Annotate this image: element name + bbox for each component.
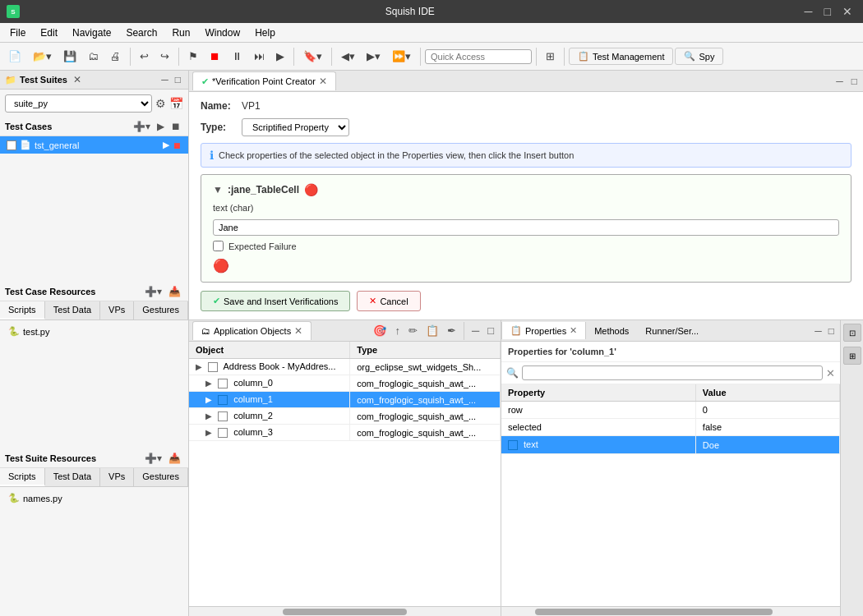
record-button[interactable]: ⚑ xyxy=(183,47,203,66)
add-resource-btn[interactable]: ➕▾ xyxy=(142,286,164,297)
vp-min-btn[interactable]: ─ xyxy=(833,76,846,87)
undo-button[interactable]: ↩ xyxy=(135,47,154,66)
spy-button[interactable]: 🔍 Spy xyxy=(675,48,723,65)
ao-tab-close-btn[interactable]: ✕ xyxy=(294,325,302,337)
prop-search-input[interactable] xyxy=(522,365,823,380)
new-test-case-btn[interactable]: ➕▾ xyxy=(131,121,153,132)
script-file-item[interactable]: 🐍 test.py xyxy=(3,324,185,339)
ao-horizontal-scrollbar[interactable] xyxy=(189,606,501,616)
menu-file[interactable]: File xyxy=(3,25,32,40)
close-button[interactable]: ✕ xyxy=(838,3,856,20)
test-case-item[interactable]: 📄 tst_general ▶ ⏹ xyxy=(0,136,188,154)
ao-add-btn[interactable]: ✏ xyxy=(405,324,421,338)
import-resource-btn[interactable]: 📥 xyxy=(166,286,183,297)
nav-back-button[interactable]: ◀▾ xyxy=(336,47,360,66)
run-test-case-btn[interactable]: ▶ xyxy=(155,121,167,132)
menu-edit[interactable]: Edit xyxy=(34,25,64,40)
maximize-button[interactable]: □ xyxy=(820,3,835,20)
ao-copy-btn[interactable]: 📋 xyxy=(422,324,442,338)
ao-checkbox-0[interactable] xyxy=(208,362,218,372)
step-button[interactable]: ⏭ xyxy=(249,47,270,66)
prop-scroll-thumb[interactable] xyxy=(535,609,772,615)
prop-value-input[interactable] xyxy=(213,219,839,236)
suite-calendar-btn[interactable]: 📅 xyxy=(169,97,183,110)
names-file-item[interactable]: 🐍 names.py xyxy=(3,490,185,506)
print-button[interactable]: 🖨 xyxy=(105,47,126,66)
ao-edit-btn[interactable]: ✒ xyxy=(444,324,459,338)
test-management-button[interactable]: 📋 Test Management xyxy=(569,48,673,65)
suite-config-btn[interactable]: ⚙ xyxy=(155,97,166,110)
error-icon[interactable]: 🔴 xyxy=(304,183,318,196)
test-case-checkbox[interactable] xyxy=(7,140,16,150)
perspectives-button[interactable]: ⊞ xyxy=(541,47,560,66)
ao-expand-btn-0[interactable]: ▶ xyxy=(196,362,202,371)
ao-pick-btn[interactable]: 🎯 xyxy=(370,324,390,338)
ao-min-btn[interactable]: ─ xyxy=(468,324,482,338)
tab-gestures[interactable]: Gestures xyxy=(134,301,188,319)
ao-expand-btn-1[interactable]: ▶ xyxy=(205,379,212,388)
vp-max-btn[interactable]: □ xyxy=(849,76,860,87)
pause-button[interactable]: ⏸ xyxy=(227,47,247,66)
menu-help[interactable]: Help xyxy=(248,25,282,40)
ao-row[interactable]: ▶ column_1 com_froglogic_squish_awt_... xyxy=(189,392,501,408)
properties-tab-close-btn[interactable]: ✕ xyxy=(570,325,577,336)
ao-max-btn[interactable]: □ xyxy=(484,324,497,338)
remove-prop-btn[interactable]: 🔴 xyxy=(213,259,229,273)
ao-up-btn[interactable]: ↑ xyxy=(391,324,404,338)
ao-scroll-thumb[interactable] xyxy=(283,609,408,615)
ao-checkbox-3[interactable] xyxy=(218,411,228,421)
prop-table-row[interactable]: selected false xyxy=(501,419,840,436)
run-button[interactable]: ▶ xyxy=(271,47,289,66)
expected-failure-checkbox[interactable] xyxy=(213,241,224,251)
tab-test-data[interactable]: Test Data xyxy=(45,301,100,319)
test-suites-min-btn[interactable]: ─ xyxy=(159,74,171,85)
ao-expand-btn-3[interactable]: ▶ xyxy=(205,411,212,421)
suite-tab-gestures[interactable]: Gestures xyxy=(134,468,188,486)
ao-row[interactable]: ▶ column_3 com_froglogic_squish_awt_... xyxy=(189,425,501,441)
ao-expand-btn-2[interactable]: ▶ xyxy=(205,395,212,404)
prop-min-btn[interactable]: ─ xyxy=(812,325,824,337)
minimize-button[interactable]: ─ xyxy=(801,3,817,20)
save-all-button[interactable]: 🗂 xyxy=(83,47,104,66)
ao-row[interactable]: ▶ Address Book - MyAddres... org_eclipse… xyxy=(189,359,501,375)
menu-run[interactable]: Run xyxy=(165,25,196,40)
prop-max-btn[interactable]: □ xyxy=(826,325,837,337)
ao-tab[interactable]: 🗂 Application Objects ✕ xyxy=(192,321,312,340)
save-button[interactable]: 💾 xyxy=(58,47,81,66)
quick-access-input[interactable] xyxy=(425,49,532,64)
prop-search-clear-btn[interactable]: ✕ xyxy=(826,367,835,379)
add-suite-resource-btn[interactable]: ➕▾ xyxy=(142,453,164,464)
suite-tab-test-data[interactable]: Test Data xyxy=(45,468,100,486)
ao-checkbox-4[interactable] xyxy=(218,428,228,438)
test-suites-close-btn[interactable]: ✕ xyxy=(71,74,84,85)
ao-expand-btn-4[interactable]: ▶ xyxy=(205,428,212,437)
save-insert-btn[interactable]: ✔ Save and Insert Verifications xyxy=(201,291,350,311)
vp-tab-close-btn[interactable]: ✕ xyxy=(319,76,327,87)
bookmark-button[interactable]: 🔖▾ xyxy=(298,47,327,66)
stop-button[interactable]: ⏹ xyxy=(205,47,225,66)
vp-tab[interactable]: ✔ *Verification Point Creator ✕ xyxy=(192,71,336,90)
menu-navigate[interactable]: Navigate xyxy=(66,25,118,40)
collapse-btn[interactable]: ▼ xyxy=(213,184,223,195)
open-button[interactable]: 📂▾ xyxy=(28,47,57,66)
prop-horizontal-scrollbar[interactable] xyxy=(501,606,840,616)
nav-last-button[interactable]: ⏩▾ xyxy=(387,47,416,66)
menu-search[interactable]: Search xyxy=(119,25,164,40)
properties-tab[interactable]: 📋 Properties ✕ xyxy=(501,322,586,339)
ao-row[interactable]: ▶ column_0 com_froglogic_squish_awt_... xyxy=(189,375,501,392)
ao-checkbox-2[interactable] xyxy=(218,395,228,405)
suite-tab-scripts[interactable]: Scripts xyxy=(0,468,45,486)
suite-dropdown[interactable]: suite_py xyxy=(5,94,152,113)
ao-row[interactable]: ▶ column_2 com_froglogic_squish_awt_... xyxy=(189,408,501,425)
vp-type-select[interactable]: Scriptified Property xyxy=(242,118,349,136)
tab-vps[interactable]: VPs xyxy=(100,301,134,319)
test-suites-max-btn[interactable]: □ xyxy=(173,74,183,85)
prop-table-row[interactable]: row 0 xyxy=(501,402,840,419)
prop-table-row[interactable]: text Doe xyxy=(501,436,840,454)
nav-fwd-button[interactable]: ▶▾ xyxy=(362,47,385,66)
side-icon-2[interactable]: ⊞ xyxy=(843,347,861,365)
methods-tab[interactable]: Methods xyxy=(586,323,637,339)
redo-button[interactable]: ↪ xyxy=(155,47,174,66)
import-suite-resource-btn[interactable]: 📥 xyxy=(166,453,183,464)
prop-row-checkbox-2[interactable] xyxy=(508,440,518,450)
